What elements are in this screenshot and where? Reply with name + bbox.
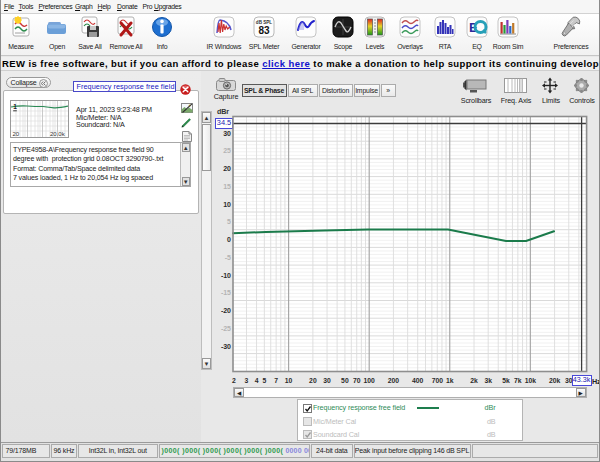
svg-text:10k: 10k	[525, 377, 537, 384]
svg-text:10: 10	[285, 377, 293, 384]
svg-text:-5: -5	[225, 254, 231, 261]
svg-text:0: 0	[227, 236, 231, 243]
svg-text:20: 20	[309, 377, 317, 384]
svg-text:20k: 20k	[549, 377, 561, 384]
svg-text:400: 400	[412, 377, 424, 384]
svg-text:3k: 3k	[484, 377, 492, 384]
svg-text:30: 30	[223, 130, 231, 137]
svg-text:7k: 7k	[514, 377, 522, 384]
svg-text:15: 15	[223, 183, 231, 190]
svg-text:3: 3	[245, 377, 249, 384]
svg-text:1k: 1k	[446, 377, 454, 384]
svg-text:2k: 2k	[470, 377, 478, 384]
svg-text:-25: -25	[221, 325, 231, 332]
svg-text:-15: -15	[221, 289, 231, 296]
svg-text:700: 700	[432, 377, 444, 384]
svg-text:2: 2	[232, 377, 236, 384]
svg-text:50: 50	[341, 377, 349, 384]
svg-text:-20: -20	[221, 307, 231, 314]
svg-text:20: 20	[223, 165, 231, 172]
svg-text:10: 10	[223, 201, 231, 208]
svg-text:7: 7	[274, 377, 278, 384]
svg-text:-10: -10	[221, 272, 231, 279]
svg-text:5: 5	[227, 218, 231, 225]
svg-text:5k: 5k	[502, 377, 510, 384]
svg-text:25: 25	[223, 147, 231, 154]
svg-text:100: 100	[364, 377, 376, 384]
svg-text:-30: -30	[221, 343, 231, 350]
svg-text:30: 30	[323, 377, 331, 384]
svg-text:70: 70	[353, 377, 361, 384]
svg-text:4: 4	[255, 377, 259, 384]
svg-text:5: 5	[263, 377, 267, 384]
svg-text:200: 200	[388, 377, 400, 384]
